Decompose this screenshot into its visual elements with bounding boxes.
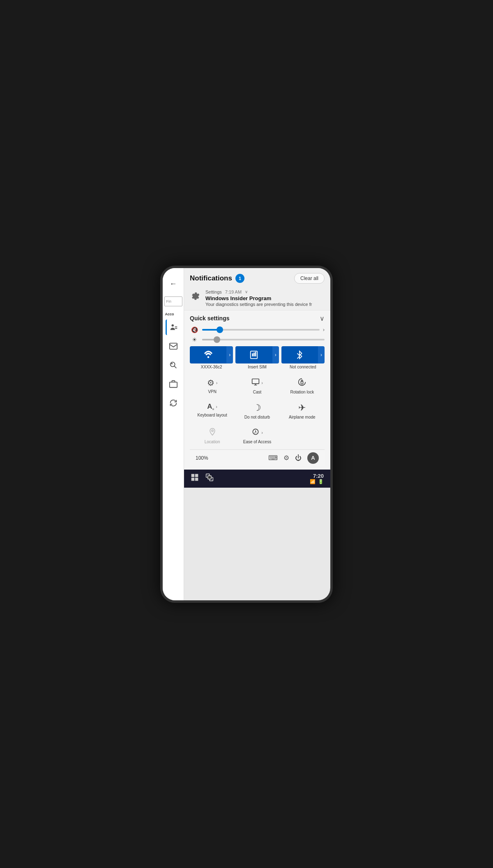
- svg-rect-7: [169, 382, 177, 387]
- location-tile[interactable]: Location: [190, 423, 235, 448]
- airplane-icon-row: ✈: [298, 403, 306, 413]
- search-placeholder: Fin: [166, 299, 172, 303]
- bluetooth-label: Not connected: [290, 365, 316, 369]
- brightness-track[interactable]: [202, 339, 325, 340]
- dnd-tile[interactable]: ☽ Do not disturb: [235, 398, 279, 423]
- battery-percent: 100%: [196, 455, 208, 461]
- main-content: Notifications 1 Clear all Settings 7:19 …: [184, 268, 330, 600]
- search-box[interactable]: Fin: [164, 296, 182, 306]
- notif-msg-body: Your diagnostics settings are preventing…: [205, 302, 320, 307]
- taskbar-wifi-icon: 📶: [310, 479, 316, 484]
- qs-buttons-row: › XXXX-36c2 › Insert SIM: [190, 346, 325, 369]
- keyboard-icon-row: A≡ ›: [207, 403, 217, 411]
- sidebar-item-sync[interactable]: [166, 395, 181, 411]
- wifi-btn-inner: ›: [190, 346, 233, 363]
- dnd-icon: ☽: [253, 403, 261, 413]
- svg-rect-14: [301, 381, 303, 384]
- wifi-arrow-button[interactable]: ›: [226, 346, 233, 363]
- power-bottom-icon[interactable]: ⏻: [295, 454, 302, 462]
- vpn-label: VPN: [208, 389, 217, 394]
- ease-icon-row: ›: [251, 428, 263, 438]
- wifi-main-button[interactable]: [190, 346, 226, 363]
- svg-point-0: [172, 324, 174, 326]
- notif-app-row: Settings 7:19 AM ∨: [205, 289, 325, 294]
- notif-title-row: Notifications 1: [190, 274, 244, 283]
- brightness-icon: ☀: [190, 336, 199, 343]
- taskbar-time: 7:20: [313, 473, 324, 479]
- start-button[interactable]: [191, 473, 199, 484]
- notif-msg-title: Windows Insider Program: [205, 295, 325, 301]
- location-icon-row: [208, 428, 217, 438]
- svg-point-4: [170, 362, 175, 366]
- sim-button-group: › Insert SIM: [235, 346, 279, 369]
- location-label: Location: [205, 440, 220, 444]
- account-label: Acco: [165, 312, 182, 316]
- brightness-slider-row: ☀: [190, 336, 325, 343]
- svg-rect-13: [252, 379, 259, 384]
- settings-bottom-icon[interactable]: ⚙: [283, 454, 289, 462]
- svg-line-5: [174, 366, 176, 368]
- ease-of-access-tile[interactable]: › Ease of Access: [235, 423, 279, 448]
- svg-rect-22: [208, 476, 211, 479]
- vpn-tile[interactable]: ⚙ › VPN: [190, 373, 235, 398]
- sidebar-item-search[interactable]: [166, 357, 181, 373]
- cast-arrow-icon: ›: [261, 380, 263, 385]
- clear-all-button[interactable]: Clear all: [294, 273, 325, 284]
- keyboard-icon: A≡: [207, 403, 214, 411]
- keyboard-layout-label: Keyboard layout: [198, 413, 227, 417]
- notification-item[interactable]: Settings 7:19 AM ∨ Windows Insider Progr…: [184, 286, 330, 310]
- back-button[interactable]: ←: [166, 276, 180, 292]
- location-icon: [208, 428, 217, 438]
- volume-expand-icon[interactable]: ›: [323, 326, 325, 333]
- qs-title: Quick settings: [190, 315, 229, 322]
- svg-rect-17: [195, 474, 198, 477]
- volume-icon: 🔇: [190, 326, 199, 333]
- airplane-mode-label: Airplane mode: [289, 415, 315, 419]
- rotation-lock-tile[interactable]: Rotation lock: [280, 373, 325, 398]
- keyboard-arrow-icon: ›: [216, 404, 217, 409]
- cast-icon: [251, 378, 260, 388]
- cast-tile[interactable]: › Cast: [235, 373, 279, 398]
- volume-thumb[interactable]: [217, 326, 223, 333]
- svg-point-8: [207, 356, 209, 358]
- notification-text: Settings 7:19 AM ∨ Windows Insider Progr…: [205, 289, 325, 307]
- brightness-thumb[interactable]: [214, 336, 220, 343]
- notifications-title: Notifications: [190, 274, 232, 282]
- dnd-icon-row: ☽: [253, 403, 261, 413]
- bluetooth-main-button[interactable]: [281, 346, 318, 363]
- ease-of-access-icon: [251, 428, 260, 438]
- sidebar-item-people[interactable]: [166, 319, 181, 335]
- keyboard-layout-tile[interactable]: A≡ › Keyboard layout: [190, 398, 235, 423]
- notif-time: 7:19 AM: [225, 289, 242, 294]
- sidebar-item-work[interactable]: [166, 376, 181, 392]
- notif-expand-icon[interactable]: ∨: [245, 289, 248, 294]
- rotation-lock-label: Rotation lock: [290, 390, 314, 394]
- keyboard-bottom-icon[interactable]: ⌨: [268, 454, 278, 462]
- sim-label: Insert SIM: [248, 365, 267, 369]
- ease-of-access-label: Ease of Access: [243, 440, 271, 444]
- bluetooth-arrow-button[interactable]: ›: [318, 346, 325, 363]
- rotation-lock-icon: [298, 378, 306, 388]
- taskbar-status-icons: 📶 🔋: [310, 479, 324, 484]
- sidebar-item-mail[interactable]: [166, 338, 181, 354]
- bluetooth-button-group: › Not connected: [281, 346, 325, 369]
- device-frame: ← Fin Acco: [160, 266, 333, 603]
- svg-rect-19: [195, 478, 198, 481]
- airplane-mode-tile[interactable]: ✈ Airplane mode: [280, 398, 325, 423]
- taskbar-right: 7:20 📶 🔋: [310, 473, 324, 484]
- user-avatar[interactable]: A: [307, 452, 319, 464]
- qs-collapse-icon[interactable]: ∨: [320, 315, 325, 322]
- multitask-button[interactable]: [205, 473, 214, 484]
- rotation-lock-icon-row: [298, 378, 306, 388]
- volume-slider-row: 🔇 ›: [190, 326, 325, 333]
- volume-track[interactable]: [202, 329, 320, 331]
- sim-main-button[interactable]: [235, 346, 272, 363]
- airplane-mode-icon: ✈: [298, 403, 306, 413]
- bottom-icons-row: ⌨ ⚙ ⏻ A: [268, 452, 319, 464]
- svg-point-6: [171, 363, 172, 364]
- notifications-header: Notifications 1 Clear all: [184, 268, 330, 286]
- sidebar: ← Fin Acco: [163, 268, 184, 600]
- taskbar-left: [191, 473, 214, 484]
- svg-rect-12: [255, 352, 256, 356]
- sim-arrow-button[interactable]: ›: [272, 346, 279, 363]
